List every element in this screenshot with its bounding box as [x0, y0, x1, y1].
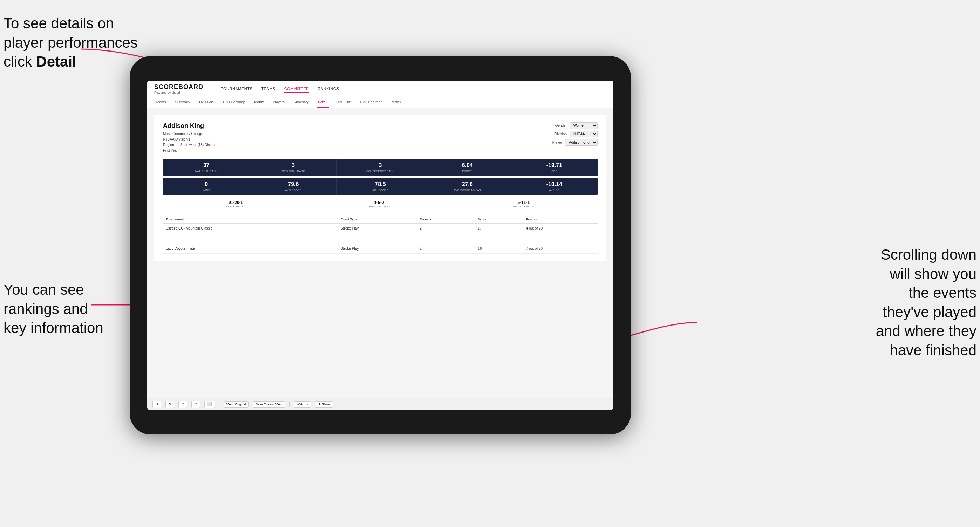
player-college: Mesa Community College — [163, 131, 216, 137]
view-original-button[interactable]: View: Original — [224, 401, 248, 408]
top25-record-value: 1-5-0 — [368, 200, 390, 205]
tournament-table: Tournament Event Type Rounds Score Posit… — [163, 216, 598, 254]
avg-score-value: 79.6 — [252, 181, 335, 187]
nav-rankings[interactable]: RANKINGS — [318, 85, 339, 93]
col-event-type: Event Type — [338, 216, 417, 224]
avg-score-label: Avg Score — [252, 189, 335, 192]
nav-tournaments[interactable]: TOURNAMENTS — [221, 85, 252, 93]
wins-label: Wins — [165, 189, 248, 192]
logo-subtitle: Powered by clippd — [154, 91, 203, 94]
top25-record: 1-5-0 Record vs top 25 — [368, 200, 390, 208]
table-row: Lady Coyote Invite Stroke Play 2 16 7 ou… — [163, 244, 598, 254]
player-division: NJCAA Division 1 — [163, 137, 216, 142]
share-button[interactable]: ⬆ Share — [315, 401, 333, 408]
redo-button[interactable]: ↻ — [165, 400, 174, 408]
gender-filter-row: Gender Women Men — [555, 122, 598, 129]
tab-teams[interactable]: Teams — [154, 97, 167, 108]
tab-matrix-2[interactable]: Matrix — [390, 97, 402, 108]
sos-value: -19.71 — [513, 162, 596, 168]
col-rounds: Rounds — [417, 216, 475, 224]
tab-h2h-heatmap[interactable]: H2H Heatmap — [221, 97, 247, 108]
nav-teams[interactable]: TEAMS — [261, 85, 275, 93]
fit-button[interactable]: ⬜ — [204, 400, 215, 408]
player-detail-card: Addison King Mesa Community College NJCA… — [154, 115, 606, 261]
national-rank-value: 37 — [165, 162, 248, 168]
player-filters: Gender Women Men Division NJCAA I NJCAA … — [552, 122, 598, 146]
watch-button[interactable]: Watch ▾ — [294, 401, 311, 408]
ann-br-l6: have finished — [889, 342, 977, 359]
stat-national-rank: 37 National Rank — [163, 159, 250, 176]
stat-points: 6.04 Points — [424, 159, 511, 176]
tab-matrix[interactable]: Matrix — [253, 97, 265, 108]
points-label: Points — [426, 170, 509, 173]
top50-record: 5-11-1 Record vs top 50 — [513, 200, 534, 208]
zoom-in-button[interactable]: ⊕ — [178, 400, 187, 408]
top50-record-value: 5-11-1 — [513, 200, 534, 205]
main-content: Addison King Mesa Community College NJCA… — [147, 108, 613, 398]
share-icon: ⬆ — [318, 403, 321, 406]
player-header: Addison King Mesa Community College NJCA… — [163, 122, 598, 154]
adj-score-value: 78.5 — [339, 181, 422, 187]
regional-rank-label: Regional Rank — [252, 170, 335, 173]
tab-players-summary[interactable]: Summary — [292, 97, 310, 108]
col-tournament: Tournament — [163, 216, 338, 224]
tab-summary[interactable]: Summary — [173, 97, 191, 108]
nav-committee[interactable]: COMMITTEE — [284, 85, 309, 93]
stat-regional-rank: 3 Regional Rank — [250, 159, 337, 176]
stat-wins: 0 Wins — [163, 178, 250, 195]
stat-conference-rank: 3 Conference Rank — [337, 159, 424, 176]
save-label: Save Custom View — [256, 403, 282, 406]
nav-items: TOURNAMENTS TEAMS COMMITTEE RANKINGS — [221, 85, 339, 93]
conference-rank-value: 3 — [339, 162, 422, 168]
player-select[interactable]: Addison King — [565, 139, 598, 146]
tab-players[interactable]: Players — [272, 97, 286, 108]
top25-record-label: Record vs top 25 — [368, 205, 390, 208]
tab-h2h-heatmap-2[interactable]: H2H Heatmap — [359, 97, 384, 108]
tournament-name-2: Lady Coyote Invite — [163, 244, 338, 254]
stat-adj-score: 78.5 Adj Score — [337, 178, 424, 195]
player-label: Player — [552, 141, 562, 144]
zoom-out-button[interactable]: ⊖ — [191, 400, 200, 408]
annotation-bottom-right: Scrolling down will show you the events … — [876, 245, 977, 360]
undo-icon: ↺ — [155, 402, 158, 406]
undo-button[interactable]: ↺ — [153, 400, 161, 408]
rounds-2: 2 — [417, 244, 475, 254]
avg-sg-label: Avg SG — [513, 189, 596, 192]
regional-rank-value: 3 — [252, 162, 335, 168]
ann-br-l2: will show you — [890, 266, 977, 282]
sos-label: SoS — [513, 170, 596, 173]
player-region: Region 1 - Southwest (18) District — [163, 142, 216, 148]
records-row: 91-20-1 Overall Record 1-5-0 Record vs t… — [163, 197, 598, 212]
overall-record-value: 91-20-1 — [226, 200, 245, 205]
sub-navigation: Teams Summary H2H Grid H2H Heatmap Matri… — [147, 97, 613, 108]
redo-icon: ↻ — [168, 402, 172, 406]
stats-row-2: 0 Wins 79.6 Avg Score 78.5 Adj Score 27.… — [163, 178, 598, 195]
overall-record-label: Overall Record — [226, 205, 245, 208]
zoom-in-icon: ⊕ — [181, 402, 185, 406]
score-2: 16 — [475, 244, 523, 254]
tab-detail[interactable]: Detail — [317, 97, 329, 108]
stat-avg-score-par: 27.8 Avg Score to Par — [424, 178, 511, 195]
stat-avg-score: 79.6 Avg Score — [250, 178, 337, 195]
ann-bl-l2: rankings and — [3, 301, 88, 317]
division-select[interactable]: NJCAA I NJCAA II — [570, 131, 598, 137]
ann-br-l3: the events — [908, 284, 977, 301]
ann-line3-pre: click — [3, 53, 36, 70]
ann-line1: To see details on — [3, 15, 114, 32]
division-filter-row: Division NJCAA I NJCAA II — [555, 131, 598, 137]
rounds: 2 — [417, 224, 475, 233]
event-type-2: Stroke Play — [338, 244, 417, 254]
stat-sos: -19.71 SoS — [511, 159, 598, 176]
tab-h2h-grid-2[interactable]: H2H Grid — [335, 97, 353, 108]
tab-h2h-grid[interactable]: H2H Grid — [198, 97, 215, 108]
overall-record: 91-20-1 Overall Record — [226, 200, 245, 208]
zoom-out-icon: ⊖ — [194, 402, 197, 406]
watch-label: Watch ▾ — [296, 403, 308, 406]
gender-select[interactable]: Women Men — [570, 122, 598, 129]
top-navigation: SCOREBOARD Powered by clippd TOURNAMENTS… — [147, 81, 613, 97]
position: 4 out of 20 — [523, 224, 598, 233]
logo-area: SCOREBOARD Powered by clippd — [154, 83, 203, 94]
table-header-row: Tournament Event Type Rounds Score Posit… — [163, 216, 598, 224]
save-custom-view-button[interactable]: Save Custom View — [253, 401, 285, 408]
player-year: First Year — [163, 148, 216, 154]
